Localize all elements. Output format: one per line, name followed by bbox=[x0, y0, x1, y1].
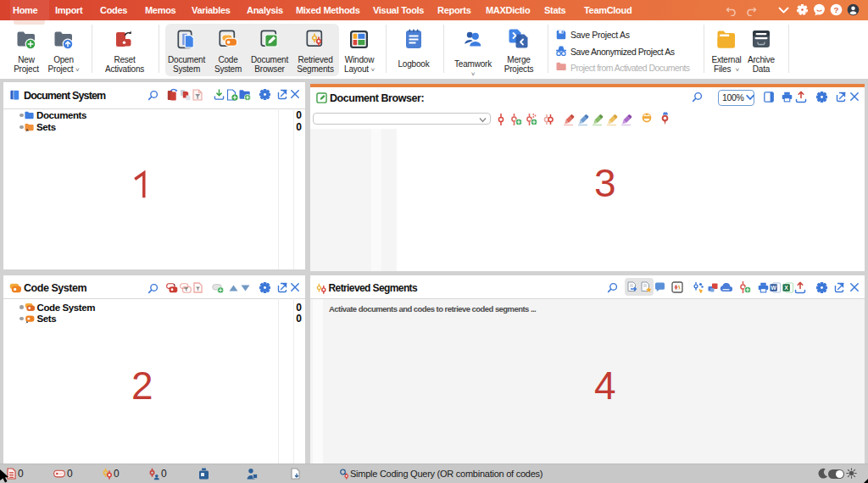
svg-text:W: W bbox=[771, 285, 776, 291]
svg-text:?: ? bbox=[833, 5, 838, 14]
svg-text:X: X bbox=[784, 285, 788, 291]
